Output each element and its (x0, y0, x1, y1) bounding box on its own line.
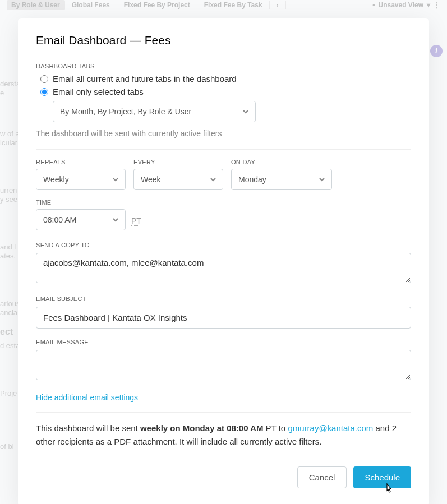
bg-text: and l (0, 243, 16, 251)
email-dashboard-modal: Email Dashboard — Fees DASHBOARD TABS Em… (18, 18, 429, 504)
more-tabs-arrow: › (270, 1, 286, 9)
onday-value: Monday (238, 175, 266, 184)
time-row: TIME 08:00 AM PT (36, 199, 411, 230)
time-label: TIME (36, 199, 126, 206)
bg-text: y see (0, 195, 17, 204)
bg-text: Proje (0, 389, 17, 397)
bg-tab: By Role & User (7, 0, 65, 10)
filter-note: The dashboard will be sent with currentl… (36, 129, 411, 138)
time-field: TIME 08:00 AM (36, 199, 126, 230)
send-to-field-wrap: SEND A COPY TO (36, 242, 411, 285)
cancel-button[interactable]: Cancel (297, 466, 347, 488)
repeats-field: REPEATS Weekly (36, 159, 126, 190)
radio-selected-tabs-label: Email only selected tabs (53, 87, 144, 96)
summary-bold: weekly on Monday at 08:00 AM (140, 423, 264, 433)
radio-all-tabs[interactable]: Email all current and future tabs in the… (40, 74, 411, 84)
bg-text: dersta (0, 80, 20, 88)
summary-email: gmurray@kantata.com (288, 423, 373, 433)
onday-field: ON DAY Monday (231, 159, 332, 190)
bg-text: urren (0, 186, 17, 195)
selected-tabs-value: By Month, By Project, By Role & User (60, 107, 191, 116)
info-icon: i (430, 45, 443, 57)
repeats-value: Weekly (43, 175, 69, 184)
bg-tab: Fixed Fee By Project (117, 1, 197, 9)
message-input[interactable] (36, 350, 411, 380)
dashboard-tabs-label: DASHBOARD TABS (36, 63, 411, 70)
bg-text: w of a (0, 130, 20, 138)
subject-field-wrap: EMAIL SUBJECT (36, 295, 411, 329)
repeats-label: REPEATS (36, 159, 126, 165)
timezone-label: PT (131, 216, 141, 226)
button-row: Cancel Schedule (36, 466, 411, 488)
message-field-wrap: EMAIL MESSAGE (36, 339, 411, 382)
schedule-button[interactable]: Schedule (353, 466, 411, 488)
bg-text: arious (0, 299, 20, 308)
onday-dropdown[interactable]: Monday (231, 169, 332, 190)
repeats-dropdown[interactable]: Weekly (36, 169, 126, 190)
chevron-down-icon (243, 109, 248, 114)
tabs-radio-group: Email all current and future tabs in the… (36, 74, 411, 122)
bg-text: of bi (0, 442, 14, 451)
modal-title: Email Dashboard — Fees (36, 34, 411, 47)
chevron-down-icon (113, 177, 118, 182)
radio-all-tabs-input[interactable] (40, 75, 48, 83)
schedule-summary: This dashboard will be sent weekly on Mo… (36, 422, 411, 448)
background-tabs: By Role & User Global Fees Fixed Fee By … (0, 0, 447, 10)
subject-input[interactable] (36, 307, 411, 329)
divider (36, 412, 411, 413)
schedule-row: REPEATS Weekly EVERY Week ON DAY Monday (36, 159, 411, 190)
chevron-down-icon (210, 177, 216, 182)
bg-text: ancia (0, 308, 17, 317)
summary-mid: PT to (263, 423, 288, 433)
every-field: EVERY Week (133, 159, 223, 190)
radio-all-tabs-label: Email all current and future tabs in the… (53, 74, 237, 84)
message-label: EMAIL MESSAGE (36, 339, 411, 345)
bg-text: ect (0, 327, 13, 337)
hide-settings-link[interactable]: Hide additional email settings (36, 393, 138, 402)
subject-label: EMAIL SUBJECT (36, 295, 411, 302)
chevron-down-icon (319, 177, 325, 182)
bg-text: ates. (0, 252, 16, 260)
onday-label: ON DAY (231, 159, 332, 165)
send-to-input[interactable] (36, 253, 411, 283)
chevron-down-icon (113, 217, 118, 223)
summary-prefix: This dashboard will be sent (36, 423, 140, 433)
bg-tab: Fixed Fee By Task (197, 1, 270, 9)
radio-selected-tabs-input[interactable] (40, 88, 48, 96)
bg-text: e (0, 89, 4, 97)
bg-tab: Global Fees (65, 1, 117, 9)
every-value: Week (141, 175, 161, 184)
every-dropdown[interactable]: Week (133, 169, 223, 190)
radio-selected-tabs[interactable]: Email only selected tabs (40, 87, 411, 96)
every-label: EVERY (133, 159, 223, 165)
selected-tabs-dropdown[interactable]: By Month, By Project, By Role & User (53, 101, 256, 122)
bg-text: icular (0, 138, 17, 147)
unsaved-view-dropdown: • Unsaved View ▾ ⋮ (372, 1, 440, 9)
send-to-label: SEND A COPY TO (36, 242, 411, 248)
time-value: 08:00 AM (43, 215, 76, 224)
bg-text: d esta (0, 341, 20, 350)
divider (36, 149, 411, 150)
time-dropdown[interactable]: 08:00 AM (36, 209, 126, 230)
